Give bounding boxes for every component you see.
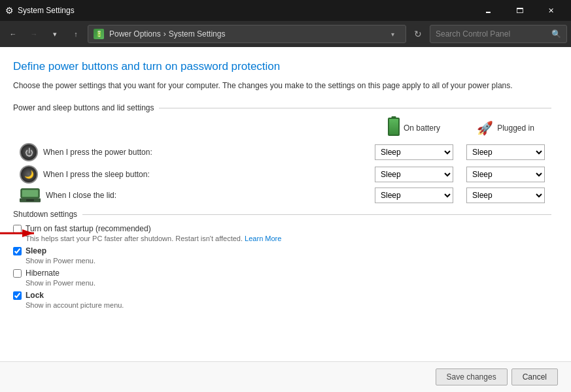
- lid-plugged-select[interactable]: Sleep Do nothing Hibernate Shut down: [466, 188, 545, 203]
- titlebar-title: System Settings: [18, 6, 473, 15]
- sleep-option-label[interactable]: Sleep: [26, 246, 46, 255]
- lid-plugged-select-wrap: Sleep Do nothing Hibernate Shut down: [460, 188, 551, 203]
- search-box[interactable]: 🔍: [430, 25, 567, 43]
- scroll-area[interactable]: Define power buttons and turn on passwor…: [0, 47, 571, 361]
- lid-icon: [20, 188, 41, 203]
- power-options-icon: 🔋: [94, 29, 104, 39]
- power-button-row: ⏻ When I press the power button: Sleep D…: [13, 143, 551, 161]
- maximize-button[interactable]: 🗖: [504, 0, 534, 21]
- breadcrumb-part2: System Settings: [169, 29, 226, 39]
- hibernate-label[interactable]: Hibernate: [26, 269, 60, 278]
- titlebar: ⚙ System Settings 🗕 🗖 ✕: [0, 0, 571, 21]
- save-button[interactable]: Save changes: [436, 368, 508, 385]
- sleep-row: Sleep: [13, 246, 551, 255]
- lock-row: Lock: [13, 291, 551, 300]
- power-plugged-select[interactable]: Sleep Do nothing Hibernate Shut down: [466, 144, 545, 160]
- close-button[interactable]: ✕: [536, 0, 566, 21]
- sleep-battery-select[interactable]: Sleep Do nothing Hibernate Shut down: [375, 167, 453, 182]
- refresh-button[interactable]: ↻: [409, 25, 427, 43]
- page-description: Choose the power settings that you want …: [13, 80, 551, 91]
- shutdown-settings-area: Turn on fast startup (recommended) This …: [13, 224, 551, 309]
- lid-battery-select-wrap: Sleep Do nothing Hibernate Shut down: [368, 188, 460, 203]
- sleep-option-desc: Show in Power menu.: [26, 257, 551, 265]
- titlebar-controls: 🗕 🗖 ✕: [473, 0, 566, 21]
- breadcrumb-sep: ›: [164, 29, 166, 39]
- power-button-icon: ⏻: [20, 143, 38, 161]
- hibernate-row: Hibernate: [13, 269, 551, 278]
- minimize-button[interactable]: 🗕: [473, 0, 503, 21]
- sleep-checkbox[interactable]: [13, 247, 22, 255]
- fast-startup-row: Turn on fast startup (recommended): [13, 224, 551, 233]
- power-button-label: ⏻ When I press the power button:: [13, 143, 368, 161]
- plugged-column-header: 🚀 Plugged in: [460, 118, 551, 138]
- power-battery-select[interactable]: Sleep Do nothing Hibernate Shut down: [375, 144, 453, 160]
- lid-battery-select[interactable]: Sleep Do nothing Hibernate Shut down: [375, 188, 453, 203]
- main-content: Define power buttons and turn on passwor…: [0, 47, 571, 392]
- breadcrumb: 🔋 Power Options › System Settings: [94, 29, 385, 39]
- cancel-button[interactable]: Cancel: [511, 368, 558, 385]
- breadcrumb-part1: Power Options: [109, 29, 161, 39]
- sleep-plugged-select-wrap: Sleep Do nothing Hibernate Shut down: [460, 167, 551, 182]
- section1-header: Power and sleep buttons and lid settings: [13, 103, 551, 112]
- lid-svg: [20, 188, 41, 203]
- lock-desc: Show in account picture menu.: [26, 301, 551, 309]
- up-button[interactable]: ↑: [67, 25, 85, 43]
- back-button[interactable]: ←: [4, 25, 22, 43]
- svg-rect-3: [26, 199, 34, 201]
- sleep-plugged-select[interactable]: Sleep Do nothing Hibernate Shut down: [466, 167, 545, 182]
- lid-label: When I close the lid:: [13, 188, 368, 203]
- sleep-battery-select-wrap: Sleep Do nothing Hibernate Shut down: [368, 167, 460, 182]
- fast-startup-desc: This helps start your PC faster after sh…: [26, 235, 551, 242]
- forward-button[interactable]: →: [25, 25, 43, 43]
- lock-checkbox[interactable]: [13, 291, 22, 300]
- arrow-annotation: [0, 227, 39, 240]
- titlebar-icon: ⚙: [5, 5, 14, 16]
- sleep-button-icon: 🌙: [20, 165, 38, 184]
- battery-column-header: On battery: [368, 118, 460, 138]
- section2-header: Shutdown settings: [13, 210, 551, 219]
- search-input[interactable]: [436, 29, 551, 39]
- address-dropdown-button[interactable]: ▾: [385, 25, 400, 43]
- addressbar: ← → ▾ ↑ 🔋 Power Options › System Setting…: [0, 21, 571, 47]
- lid-row: When I close the lid: Sleep Do nothing H…: [13, 188, 551, 203]
- power-plugged-select-wrap: Sleep Do nothing Hibernate Shut down: [460, 144, 551, 160]
- address-box[interactable]: 🔋 Power Options › System Settings ▾: [88, 25, 406, 43]
- fast-startup-label[interactable]: Turn on fast startup (recommended): [26, 224, 151, 233]
- plugged-icon: 🚀: [477, 120, 493, 136]
- hibernate-checkbox[interactable]: [13, 269, 22, 278]
- svg-rect-1: [22, 190, 38, 197]
- sleep-button-row: 🌙 When I press the sleep button: Sleep D…: [13, 165, 551, 184]
- hibernate-desc: Show in Power menu.: [26, 279, 551, 287]
- sleep-button-label: 🌙 When I press the sleep button:: [13, 165, 368, 184]
- dropdown-nav-button[interactable]: ▾: [46, 25, 64, 43]
- red-arrow-svg: [0, 227, 39, 240]
- page-title: Define power buttons and turn on passwor…: [13, 60, 551, 73]
- battery-icon: [388, 118, 400, 138]
- power-battery-select-wrap: Sleep Do nothing Hibernate Shut down: [368, 144, 460, 160]
- search-icon: 🔍: [551, 29, 561, 39]
- learn-more-link[interactable]: Learn More: [245, 235, 281, 242]
- lock-label[interactable]: Lock: [26, 291, 44, 300]
- column-headers: On battery 🚀 Plugged in: [13, 118, 551, 138]
- footer: Save changes Cancel: [0, 361, 571, 392]
